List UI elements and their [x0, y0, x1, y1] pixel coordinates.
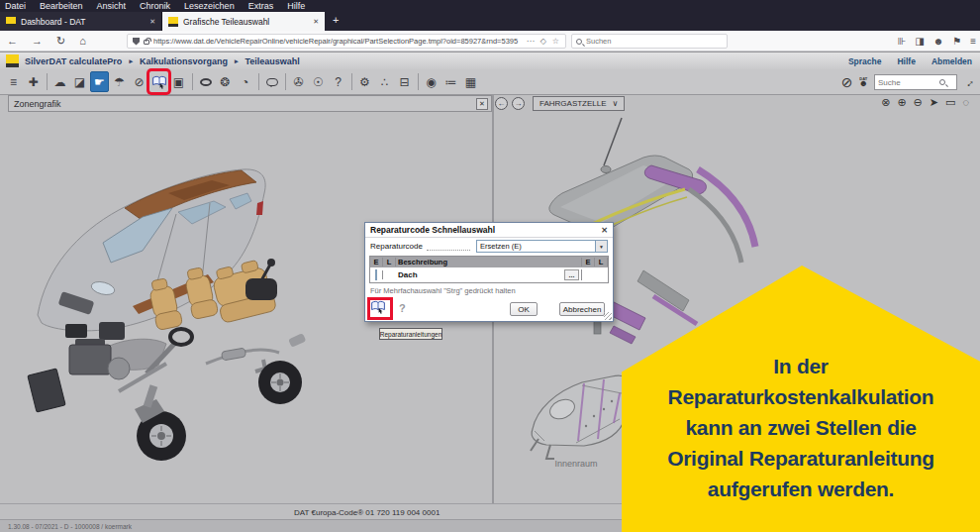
url-bar[interactable]: https://www.dat.de/VehicleRepairOnline/v…	[127, 34, 566, 49]
graphic-zoom-tools: ⊗ ⊕ ⊖ ➤ ▭ ◌	[881, 96, 969, 109]
hide-selection-icon[interactable]: ⊘	[130, 71, 148, 92]
parts-search-input[interactable]	[878, 78, 939, 87]
zoom-reset-icon[interactable]: ⊗	[881, 96, 890, 109]
parts-search[interactable]	[874, 74, 957, 90]
dialog-title: Reparaturcode Schnellauswahl	[370, 225, 601, 235]
more-options-icon[interactable]: ∴	[375, 71, 394, 92]
language-link[interactable]: Sprache	[848, 56, 882, 66]
breadcrumb-kalkulationsvorgang[interactable]: Kalkulationsvorgang	[140, 56, 228, 66]
repaircode-label: Reparaturcode	[370, 242, 423, 251]
tires-icon[interactable]	[196, 71, 215, 92]
photo-documentation-icon[interactable]: ▣	[169, 71, 188, 92]
dialog-help-icon[interactable]: ?	[399, 302, 406, 314]
help-icon[interactable]: ?	[329, 71, 347, 92]
ok-button[interactable]: OK	[510, 302, 538, 316]
sidebar-icon[interactable]: ◨	[915, 36, 924, 47]
repair-manual-icon[interactable]	[149, 71, 168, 92]
app-brand[interactable]: SilverDAT calculatePro	[25, 56, 122, 66]
menu-ansicht[interactable]: Ansicht	[97, 1, 127, 11]
forward-icon[interactable]: →	[25, 35, 49, 47]
screenshot-icon[interactable]: ◉	[422, 71, 441, 92]
reload-icon[interactable]: ↻	[49, 35, 72, 48]
bookmark-star-icon[interactable]: ☆	[551, 37, 560, 46]
table-row: Dach ...	[370, 267, 608, 282]
tab-title: Grafische Teileauswahl	[183, 17, 308, 27]
page-actions-icon[interactable]: ⋯	[526, 37, 536, 46]
browser-search[interactable]	[571, 34, 728, 49]
rims-icon[interactable]: ❂	[216, 71, 235, 92]
library-icon[interactable]: ⊪	[897, 36, 906, 47]
comments-icon[interactable]	[262, 71, 281, 92]
cancel-button[interactable]: Abbrechen	[559, 302, 605, 316]
more-button[interactable]: ...	[564, 269, 579, 280]
resize-handle[interactable]	[604, 312, 612, 320]
prev-zone-icon[interactable]: ←	[495, 97, 508, 110]
menu-extras[interactable]: Extras	[248, 1, 274, 11]
pointer-tool-icon[interactable]: ➤	[930, 96, 938, 109]
repair-type-select[interactable]: Ersetzen (E) ▼	[476, 240, 608, 253]
caret-down-icon[interactable]: ▼	[595, 241, 607, 252]
account-icon[interactable]: ☻	[933, 36, 944, 47]
list-view-icon[interactable]: ≔	[441, 71, 460, 92]
breadcrumb-arrow-icon: ▸	[235, 57, 239, 65]
zone-graphic-icon[interactable]: ☁	[50, 71, 69, 92]
lock-icon	[144, 40, 149, 45]
repair-manual-icon[interactable]	[370, 300, 390, 317]
zone-selector-dropdown[interactable]: FAHRGASTZELLE ∨	[533, 96, 625, 111]
app-toolbar: ≡ ✚ ☁ ◪ ☛ ☂ ⊘ ▣ ❂ ◔ ✇ ☉ ? ⚙ ∴ ⊟ ◉ ≔ ▦	[0, 69, 980, 95]
settings-gear-icon[interactable]: ⚙	[355, 71, 374, 92]
logout-link[interactable]: Abmelden	[931, 56, 972, 66]
paint-zones-icon[interactable]: ☂	[110, 71, 129, 92]
menu-chronik[interactable]: Chronik	[140, 1, 170, 11]
repaircode-input[interactable]	[427, 242, 470, 251]
menu-hilfe[interactable]: Hilfe	[287, 1, 305, 11]
fullscreen-icon[interactable]: ↔	[960, 74, 976, 90]
zonengrafik-title: Zonengrafik	[14, 99, 61, 109]
zoom-in-icon[interactable]: ⊕	[897, 96, 906, 109]
shield-badge-icon[interactable]: ◇	[539, 37, 547, 46]
search-icon	[939, 79, 945, 85]
dat-favicon	[6, 17, 16, 27]
menu-lesezeichen[interactable]: Lesezeichen	[184, 1, 235, 11]
next-zone-icon[interactable]: →	[512, 97, 525, 110]
lacquer-icon[interactable]: ✇	[289, 71, 308, 92]
tab-close-icon[interactable]: ✕	[313, 18, 319, 26]
gauge-icon[interactable]: ◔	[236, 71, 254, 92]
print-icon[interactable]: ⊟	[395, 71, 414, 92]
idea-icon[interactable]: ☉	[309, 71, 328, 92]
tab-teileauswahl[interactable]: Grafische Teileauswahl ✕	[162, 12, 325, 31]
rect-select-icon[interactable]: ▭	[945, 96, 955, 109]
table-header-row: E L Beschreibung E L	[370, 257, 608, 267]
new-tab-button[interactable]: +	[325, 12, 346, 31]
lasso-select-icon[interactable]: ◌	[962, 96, 969, 109]
home-icon[interactable]: ⌂	[72, 35, 93, 47]
breadcrumb-teileauswahl[interactable]: Teileauswahl	[245, 56, 299, 66]
eraser-icon[interactable]: ◪	[70, 71, 89, 92]
browser-menu-icon[interactable]: ≡	[970, 36, 976, 47]
innenraum-label: Innenraum	[554, 459, 597, 469]
browser-search-input[interactable]	[586, 37, 723, 46]
tracking-shield-icon[interactable]	[133, 38, 140, 46]
block-icon[interactable]: ⊘	[841, 74, 853, 90]
browser-tabbar: Dashboard - DAT ✕ Grafische Teileauswahl…	[0, 12, 980, 31]
hand-selection-icon[interactable]: ☛	[90, 71, 109, 92]
menu-bearbeiten[interactable]: Bearbeiten	[40, 1, 83, 11]
zoom-out-icon[interactable]: ⊖	[914, 96, 923, 109]
close-panel-icon[interactable]: ✕	[476, 98, 488, 110]
flag-icon[interactable]: ⚑	[952, 36, 961, 47]
replace-checkbox[interactable]	[375, 269, 377, 280]
tab-close-icon[interactable]: ✕	[149, 18, 155, 26]
tab-dashboard[interactable]: Dashboard - DAT ✕	[0, 12, 162, 31]
help-link[interactable]: Hilfe	[897, 56, 915, 66]
dat-user-icon[interactable]: DAT☻	[859, 77, 868, 87]
version-text: 1.30.08 - 07/2021 - D - 1000008 / koerma…	[8, 523, 132, 530]
menu-datei[interactable]: Datei	[5, 1, 26, 11]
back-icon[interactable]: ←	[0, 35, 25, 47]
dat-favicon	[168, 17, 178, 27]
dialog-close-icon[interactable]: ✕	[601, 226, 608, 235]
main-menu-icon[interactable]: ≡	[4, 71, 23, 92]
browser-menubar: Datei Bearbeiten Ansicht Chronik Lesezei…	[0, 0, 980, 12]
add-position-icon[interactable]: ✚	[24, 71, 43, 92]
url-text: https://www.dat.de/VehicleRepairOnline/v…	[153, 37, 522, 46]
table-view-icon[interactable]: ▦	[461, 71, 480, 92]
